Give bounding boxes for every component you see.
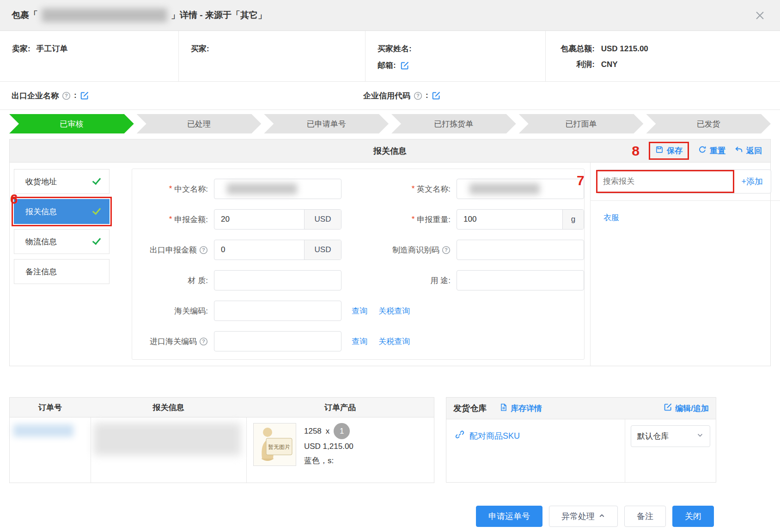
product-price: USD 1,215.00 — [304, 439, 353, 453]
step-waybill-applied: 已申请单号 — [264, 114, 389, 133]
declare-amount-input[interactable] — [214, 210, 304, 229]
import-code-input[interactable] — [214, 331, 341, 351]
sidebar-item-customs[interactable]: 报关信息 — [14, 199, 110, 224]
col-order-product: 订单产品 — [246, 402, 434, 413]
close-button[interactable]: 关闭 — [672, 506, 714, 527]
bottom-section: 订单号 报关信息 订单产品 — [9, 397, 771, 483]
en-name-label: 英文名称: — [417, 184, 451, 194]
sidebar-item-address[interactable]: 收货地址 — [14, 169, 110, 194]
tariff-query-link[interactable]: 关税查询 — [378, 306, 410, 316]
manufacturer-label: 制造商识别码 — [392, 245, 439, 255]
warehouse-title: 发货仓库 — [453, 403, 487, 414]
reset-icon — [698, 145, 707, 156]
export-company: 出口企业名称 ? : — [12, 91, 89, 101]
annotation-box-save: 保存 — [649, 142, 689, 160]
import-code-query-link[interactable]: 查询 — [352, 336, 367, 347]
help-icon[interactable]: ? — [199, 246, 208, 254]
customs-panel-body: 6 收货地址 报关信息 物流信息 备注信息 — [10, 163, 770, 366]
title-prefix: 包裹「 — [12, 9, 38, 21]
reset-button[interactable]: 重置 — [698, 145, 725, 156]
customs-result-item[interactable]: 衣服 — [603, 212, 619, 223]
warehouse-select[interactable]: 默认仓库 — [631, 425, 710, 447]
redacted-customs-info — [94, 423, 241, 455]
annotation-7: 7 — [577, 174, 585, 187]
customs-code-query-link[interactable]: 查询 — [352, 306, 367, 316]
product-variant: 蓝色，s: — [304, 453, 353, 468]
product-no-image-placeholder: 暂无图片 — [253, 423, 296, 466]
pair-sku-link[interactable]: 配对商品SKU — [455, 430, 520, 441]
cn-name-input[interactable] — [214, 179, 341, 199]
step-audited: 已审核 — [9, 114, 134, 133]
step-label-printed: 已打面单 — [519, 114, 644, 133]
quantity-badge: 1 — [334, 423, 350, 439]
help-icon[interactable]: ? — [414, 91, 422, 100]
help-icon[interactable]: ? — [442, 246, 451, 254]
page-title: 包裹「 」详情 - 来源于「其它」 — [12, 8, 267, 22]
exception-handling-button[interactable]: 异常处理 — [549, 506, 618, 527]
manufacturer-input[interactable] — [457, 240, 584, 260]
en-name-input[interactable] — [457, 179, 584, 199]
info-totals: 包裹总额: USD 1215.00 利润: CNY — [545, 31, 780, 81]
profit-value: CNY — [601, 60, 618, 69]
document-icon — [500, 403, 508, 414]
customs-panel: 报关信息 8 保存 重置 返回 — [9, 139, 771, 366]
help-icon[interactable]: ? — [199, 337, 208, 346]
save-button[interactable]: 保存 — [655, 145, 682, 156]
sidebar-item-remark[interactable]: 备注信息 — [14, 259, 110, 284]
declare-weight-label: 申报重量: — [417, 214, 451, 225]
annotation-8: 8 — [632, 144, 640, 158]
export-company-label: 出口企业名称 — [12, 91, 59, 101]
customs-code-input[interactable] — [214, 301, 341, 321]
title-suffix: 」详情 - 来源于「其它」 — [171, 9, 267, 21]
credit-code-edit-icon[interactable] — [432, 91, 441, 100]
close-icon[interactable] — [754, 9, 766, 22]
back-button[interactable]: 返回 — [735, 145, 762, 156]
declare-amount-label: 申报金额: — [174, 214, 208, 225]
chevron-up-icon — [598, 512, 605, 521]
status-steps: 已审核 已处理 已申请单号 已打拣货单 已打面单 已发货 — [9, 114, 771, 133]
weight-unit-addon: g — [562, 210, 584, 229]
seller-value: 手工订单 — [36, 44, 67, 53]
section-nav: 6 收货地址 报关信息 物流信息 备注信息 — [10, 163, 126, 366]
help-icon[interactable]: ? — [62, 91, 71, 100]
svg-text:暂无图片: 暂无图片 — [268, 444, 290, 450]
package-detail-modal: 包裹「 」详情 - 来源于「其它」 卖家: 手工订单 买家: 买家姓名: 邮箱: — [0, 0, 780, 527]
order-row: 暂无图片 1258 x 1 USD 1,215.00 蓝色，s: — [10, 417, 434, 483]
add-customs-button[interactable]: +添加 — [733, 176, 771, 187]
remark-button[interactable]: 备注 — [624, 506, 666, 527]
svg-text:?: ? — [445, 247, 448, 253]
email-edit-icon[interactable] — [400, 61, 409, 70]
export-company-edit-icon[interactable] — [80, 91, 89, 100]
usage-label: 用 途: — [431, 275, 451, 286]
apply-waybill-button[interactable]: 申请运单号 — [476, 506, 542, 527]
usage-input[interactable] — [457, 270, 584, 290]
export-amount-label: 出口申报金额 — [150, 245, 197, 255]
redacted-order-number-link[interactable] — [13, 424, 73, 437]
edit-append-link[interactable]: 编辑/追加 — [664, 403, 709, 414]
search-head: +添加 — [591, 163, 780, 201]
chain-link-icon — [455, 430, 464, 441]
sidebar-item-logistics[interactable]: 物流信息 — [14, 229, 110, 254]
product-multiply: x — [326, 424, 330, 438]
stock-detail-link[interactable]: 库存详情 — [500, 403, 542, 414]
modal-titlebar: 包裹「 」详情 - 来源于「其它」 — [0, 0, 780, 31]
step-shipped: 已发货 — [646, 114, 771, 133]
warehouse-panel: 发货仓库 库存详情 编辑/追加 配对商品SKU — [446, 397, 716, 483]
import-tariff-query-link[interactable]: 关税查询 — [378, 336, 410, 347]
annotation-6: 6 — [10, 192, 18, 206]
declare-weight-input[interactable] — [457, 210, 562, 229]
redacted-package-id — [42, 8, 167, 22]
material-input[interactable] — [214, 270, 341, 290]
warehouse-header: 发货仓库 库存详情 编辑/追加 — [446, 398, 716, 419]
seller-label: 卖家: — [12, 44, 30, 53]
svg-text:?: ? — [65, 93, 68, 98]
package-total-value: USD 1215.00 — [601, 44, 648, 53]
order-no-cell — [10, 417, 91, 483]
customs-info-cell — [91, 417, 246, 483]
save-icon — [655, 145, 664, 156]
customs-panel-header: 报关信息 8 保存 重置 返回 — [10, 139, 770, 163]
step-processed: 已处理 — [137, 114, 262, 133]
package-info-row: 卖家: 手工订单 买家: 买家姓名: 邮箱: 包裹总额: USD 1215.00… — [0, 31, 780, 82]
customs-search-input[interactable] — [597, 171, 733, 192]
export-amount-input[interactable] — [214, 240, 304, 260]
